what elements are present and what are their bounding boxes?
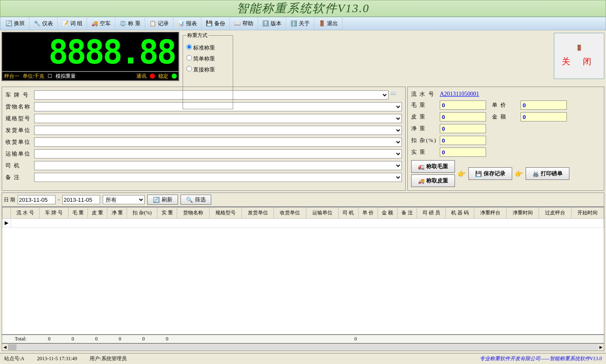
col-header[interactable]: 净重秤台: [474, 208, 507, 219]
field-combo-6[interactable]: [34, 161, 402, 170]
close-button[interactable]: 🚪 关 闭: [554, 33, 604, 79]
truck-icon: 🚛: [418, 164, 425, 170]
col-header[interactable]: 实 重: [157, 208, 177, 219]
col-header[interactable]: 规格型号: [209, 208, 242, 219]
col-header[interactable]: 车 牌 号: [40, 208, 68, 219]
col-header[interactable]: 货物名称: [177, 208, 209, 219]
toolbar-记录[interactable]: 📋记录: [145, 17, 173, 30]
col-header[interactable]: 司 机: [339, 208, 358, 219]
col-header[interactable]: 金 额: [378, 208, 397, 219]
field-combo-5[interactable]: [34, 149, 402, 158]
stable-dot-icon: [172, 74, 177, 79]
col-header[interactable]: 净重时间: [507, 208, 539, 219]
col-header[interactable]: 开始时间: [571, 208, 603, 219]
stable-label: 稳定: [158, 73, 168, 80]
tool-icon: 💾: [206, 20, 213, 27]
lcd-panel: 8888.88 秤台一 单位:千克 ☐ 模拟重量 通讯 稳定: [0, 30, 181, 111]
col-header[interactable]: 发货单位: [242, 208, 274, 219]
date-from[interactable]: [18, 195, 56, 204]
tool-icon: ⬆️: [262, 20, 269, 27]
table-row[interactable]: ▶: [3, 219, 604, 228]
comm-dot-icon: [150, 74, 155, 79]
pointer-icon: 👉: [515, 170, 523, 178]
weigh-mode-group: 称重方式 标准称重 简单称重 直接称重: [183, 32, 233, 109]
col-header[interactable]: 流 水 号: [11, 208, 40, 219]
refresh-button[interactable]: 🔄刷新: [147, 195, 178, 205]
actual-label: 实 重: [411, 148, 438, 156]
actual-input[interactable]: [440, 148, 486, 157]
deduct-label: 扣 杂(%): [411, 137, 438, 144]
filter-icon: 🔍: [186, 197, 193, 203]
col-header[interactable]: 毛 重: [68, 208, 88, 219]
col-header[interactable]: 司 磅 员: [417, 208, 445, 219]
field-combo-2[interactable]: [34, 114, 402, 123]
field-combo-4[interactable]: [34, 137, 402, 147]
amount-input[interactable]: [521, 112, 567, 121]
filter-bar: 日 期 - 所有 🔄刷新 🔍筛选: [2, 193, 604, 207]
date-to[interactable]: [62, 195, 100, 204]
door-icon: 🚪: [576, 45, 583, 51]
field-combo-3[interactable]: [34, 126, 402, 135]
field-label: 规格型号: [5, 115, 32, 122]
records-grid[interactable]: 流 水 号车 牌 号毛 重皮 重净 重扣 杂(%)实 重货物名称规格型号发货单位…: [2, 207, 604, 335]
deduct-input[interactable]: [440, 136, 486, 145]
col-header[interactable]: 机 器 码: [446, 208, 474, 219]
tare-button[interactable]: 🚚称取皮重: [411, 174, 455, 187]
main-toolbar: 🔄换班🔧仪表📝词 组🚚空车⚖️称 重📋记录📊报表💾备份📖帮助⬆️版本ℹ️关于🚪退…: [0, 17, 606, 30]
col-header[interactable]: 单 价: [358, 208, 377, 219]
app-title: 智能称重系统软件V13.0: [237, 0, 369, 16]
status-bar: 站点号:A 2013-11-5 17:31:49 用户:系统管理员 专业称重软件…: [0, 353, 606, 364]
pointer-icon: 👉: [457, 170, 466, 178]
company-label: 专业称重软件开发有限公司——智能称重系统软件V13.0: [480, 355, 602, 362]
totals-row: Total: 0000000: [2, 335, 604, 343]
weigh-mode-title: 称重方式: [186, 32, 208, 39]
toolbar-帮助[interactable]: 📖帮助: [230, 17, 258, 30]
time-label: 2013-11-5 17:31:49: [37, 356, 77, 362]
tool-icon: 🚪: [319, 20, 325, 27]
col-header[interactable]: 运输单位: [306, 208, 339, 219]
field-combo-7[interactable]: [34, 173, 402, 182]
tool-icon: 📖: [234, 20, 241, 27]
filter-button[interactable]: 🔍筛选: [181, 195, 211, 205]
unit-label: 单位:千克: [23, 73, 44, 80]
tare-label: 皮 重: [411, 113, 438, 121]
print-button[interactable]: 🖨️打印磅单: [526, 167, 569, 180]
mode-0[interactable]: 标准称重: [186, 44, 229, 52]
toolbar-版本[interactable]: ⬆️版本: [258, 17, 286, 30]
save-button[interactable]: 💾保存记录: [468, 167, 512, 180]
field-label: 发货单位: [5, 127, 32, 134]
toolbar-空车[interactable]: 🚚空车: [87, 17, 115, 30]
field-label: 收货单位: [5, 138, 32, 146]
field-label: 司 机: [5, 162, 32, 169]
toolbar-退出[interactable]: 🚪退出: [314, 17, 343, 30]
col-header[interactable]: [3, 208, 11, 219]
toolbar-换班[interactable]: 🔄换班: [1, 17, 29, 30]
filter-all-combo[interactable]: 所有: [103, 195, 145, 204]
truck-icon: 🚚: [418, 178, 425, 184]
sim-weight-label: 模拟重量: [56, 73, 76, 80]
mode-2[interactable]: 直接称重: [186, 66, 229, 74]
toolbar-词 组[interactable]: 📝词 组: [58, 17, 87, 30]
col-header[interactable]: 备 注: [397, 208, 417, 219]
gross-button[interactable]: 🚛称取毛重: [411, 160, 455, 173]
col-header[interactable]: 扣 杂(%): [127, 208, 157, 219]
lcd-value: 8888.88: [48, 33, 175, 71]
col-header[interactable]: 收货单位: [274, 208, 306, 219]
date-label: 日 期: [4, 196, 15, 203]
toolbar-称 重[interactable]: ⚖️称 重: [115, 17, 145, 30]
col-header[interactable]: 过皮秤台: [539, 208, 571, 219]
save-icon: 💾: [475, 171, 482, 177]
col-header[interactable]: 净 重: [107, 208, 127, 219]
net-input[interactable]: [440, 124, 486, 133]
toolbar-仪表[interactable]: 🔧仪表: [29, 17, 58, 30]
toolbar-备份[interactable]: 💾备份: [202, 17, 230, 30]
mode-1[interactable]: 简单称重: [186, 55, 229, 63]
tool-icon: 🔧: [34, 20, 40, 27]
tool-icon: 📊: [178, 20, 184, 27]
toolbar-关于[interactable]: ℹ️关于: [286, 17, 314, 30]
horizontal-scrollbar[interactable]: ◄►: [2, 343, 604, 351]
col-header[interactable]: 皮 重: [88, 208, 107, 219]
tare-input[interactable]: [440, 112, 486, 121]
toolbar-报表[interactable]: 📊报表: [173, 17, 202, 30]
title-bar: 智能称重系统软件V13.0: [0, 0, 606, 17]
